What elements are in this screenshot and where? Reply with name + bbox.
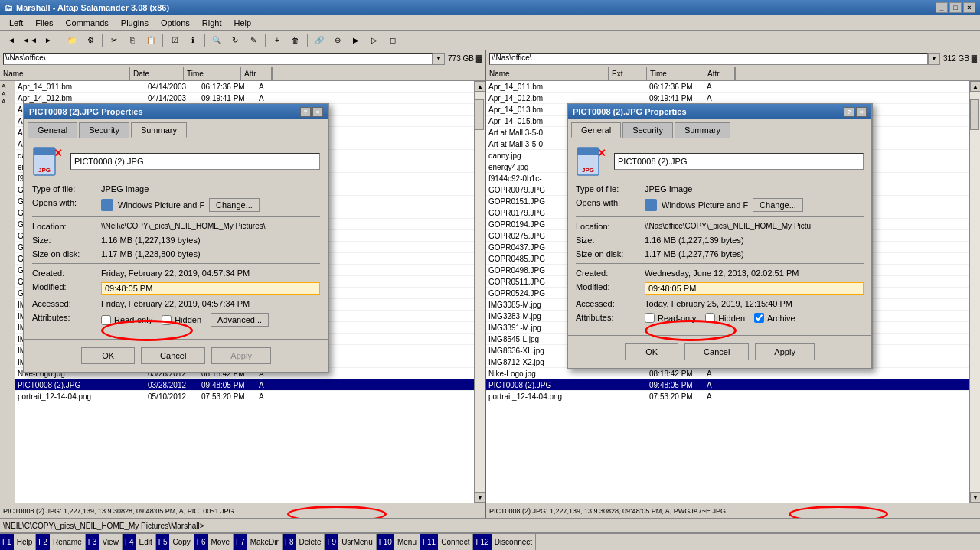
left-cancel-button[interactable]: Cancel [141, 347, 205, 364]
left-header-name[interactable]: Name [0, 67, 130, 80]
right-file-row[interactable]: PICT0008 (2).JPG 09:48:05 PM A [486, 379, 969, 391]
f4-edit[interactable]: F4 Edit [122, 534, 156, 550]
left-header-time[interactable]: Time [184, 67, 241, 80]
right-path-input[interactable]: \\Nas\office\ [489, 53, 928, 65]
menu-options[interactable]: Options [155, 15, 196, 30]
left-attributes-row: Attributes: Read-only Hidden Advanced... [32, 313, 320, 327]
f6-move[interactable]: F6 Move [194, 534, 234, 550]
right-tab-security[interactable]: Security [622, 122, 673, 138]
left-hidden-checkbox[interactable] [162, 315, 172, 325]
left-header-attr[interactable]: Attr [241, 67, 272, 80]
props-button[interactable]: ℹ [185, 32, 201, 49]
left-readonly-checkbox[interactable] [101, 315, 111, 325]
delete-button[interactable]: 🗑 [287, 32, 304, 49]
right-tab-general[interactable]: General [571, 122, 621, 138]
disconnect-button[interactable]: ⊖ [329, 32, 346, 49]
left-ok-button[interactable]: OK [81, 347, 135, 364]
left-tab-summary[interactable]: Summary [131, 122, 187, 138]
f5-copy[interactable]: F5 Copy [156, 534, 194, 550]
right-cancel-button[interactable]: Cancel [684, 343, 749, 360]
right-scroll-down[interactable]: ▼ [970, 492, 980, 503]
right-path-dropdown[interactable]: ▼ [928, 53, 940, 65]
right-header-attr[interactable]: Attr [704, 67, 735, 80]
maximize-button[interactable]: □ [949, 2, 962, 13]
left-change-button[interactable]: Change... [209, 198, 260, 212]
left-dialog-close-button[interactable]: × [312, 107, 323, 117]
new-button[interactable]: + [269, 32, 286, 49]
f1-help[interactable]: F1 Help [0, 534, 36, 550]
forward-button[interactable]: ► [40, 32, 57, 49]
menu-plugins[interactable]: Plugins [115, 15, 155, 30]
right-filename-input[interactable] [614, 153, 864, 170]
settings-button[interactable]: ▷ [366, 32, 383, 49]
copy-button[interactable]: ⎘ [124, 32, 141, 49]
right-readonly-checkbox[interactable] [645, 313, 655, 323]
menu-bar: Left Files Commands Plugins Options Righ… [0, 15, 980, 31]
right-archive-checkbox[interactable] [754, 313, 764, 323]
minimize-button[interactable]: _ [936, 2, 948, 13]
right-hidden-checkbox[interactable] [705, 313, 715, 323]
f9-usrmenu[interactable]: F9 UsrMenu [325, 534, 376, 550]
left-scroll-thumb[interactable] [475, 99, 484, 130]
menu-left[interactable]: Left [3, 15, 29, 30]
f8-delete[interactable]: F8 Delete [283, 534, 325, 550]
left-filename-input[interactable] [70, 153, 320, 170]
left-file-row[interactable]: PICT0008 (2).JPG 03/28/2012 09:48:05 PM … [15, 379, 474, 391]
menu-files[interactable]: Files [29, 15, 59, 30]
cut-button[interactable]: ✂ [106, 32, 122, 49]
left-path-input[interactable]: \\Nas\office\ [3, 53, 433, 65]
left-file-row[interactable]: portrait_12-14-04.png 05/10/2012 07:53:2… [15, 391, 474, 402]
paste-button[interactable]: 📋 [142, 32, 159, 49]
left-header-date[interactable]: Date [130, 67, 184, 80]
menu-help[interactable]: Help [228, 15, 258, 30]
right-dialog-help-button[interactable]: ? [844, 107, 854, 117]
right-header-name[interactable]: Name [486, 67, 609, 80]
f12-disconnect[interactable]: F12 Disconnect [473, 534, 536, 550]
right-ok-button[interactable]: OK [625, 343, 678, 360]
terminal-button[interactable]: ▶ [348, 32, 364, 49]
right-file-row[interactable]: Apr_14_011.bm 06:17:36 PM A [486, 81, 969, 93]
right-header-ext[interactable]: Ext [609, 67, 647, 80]
f2-rename[interactable]: F2 Rename [36, 534, 85, 550]
folder-button[interactable]: 📁 [64, 32, 80, 49]
right-header-time[interactable]: Time [647, 67, 704, 80]
close-button[interactable]: × [963, 2, 975, 13]
left-file-row[interactable]: Apr_14_011.bm 04/14/2003 06:17:36 PM A [15, 81, 474, 93]
config-button[interactable]: ⚙ [82, 32, 99, 49]
view-button[interactable]: ◻ [384, 32, 401, 49]
right-scroll-up[interactable]: ▲ [970, 81, 980, 92]
menu-commands[interactable]: Commands [60, 15, 115, 30]
right-scroll-thumb[interactable] [970, 99, 979, 130]
connect-button[interactable]: 🔗 [311, 32, 328, 49]
right-dialog-close-button[interactable]: × [856, 107, 867, 117]
left-dialog-help-button[interactable]: ? [300, 107, 311, 117]
edit2-button[interactable]: ✎ [245, 32, 262, 49]
menu-right[interactable]: Right [196, 15, 228, 30]
f11-connect[interactable]: F11 Connect [420, 534, 473, 550]
left-advanced-button[interactable]: Advanced... [211, 313, 269, 327]
f10-menu[interactable]: F10 Menu [377, 534, 420, 550]
right-scroll-track[interactable] [970, 92, 980, 492]
search-button[interactable]: 🔍 [208, 32, 225, 49]
right-location-label: Location: [576, 222, 645, 231]
right-change-button[interactable]: Change... [753, 198, 803, 212]
left-scroll-up[interactable]: ▲ [475, 81, 485, 92]
right-file-row[interactable]: Nike-Logo.jpg 08:18:42 PM A [486, 368, 969, 379]
left-tab-general[interactable]: General [28, 122, 77, 138]
select-button[interactable]: ☑ [166, 32, 183, 49]
refresh-button[interactable]: ↻ [227, 32, 243, 49]
svg-text:JPG: JPG [582, 167, 594, 174]
back-button[interactable]: ◄ [3, 32, 20, 49]
right-opens-label: Opens with: [576, 198, 645, 207]
left-scroll-track[interactable] [475, 92, 485, 492]
f7-makedir[interactable]: F7 MakeDir [234, 534, 283, 550]
left-tab-security[interactable]: Security [79, 122, 129, 138]
right-tab-summary[interactable]: Summary [675, 122, 730, 138]
left-path-dropdown[interactable]: ▼ [433, 53, 445, 65]
right-file-row[interactable]: portrait_12-14-04.png 07:53:20 PM A [486, 391, 969, 402]
left-scroll-down[interactable]: ▼ [475, 492, 485, 503]
f3-view[interactable]: F3 View [86, 534, 122, 550]
right-apply-button[interactable]: Apply [755, 343, 815, 360]
back2-button[interactable]: ◄◄ [21, 32, 38, 49]
left-apply-button[interactable]: Apply [211, 347, 271, 364]
